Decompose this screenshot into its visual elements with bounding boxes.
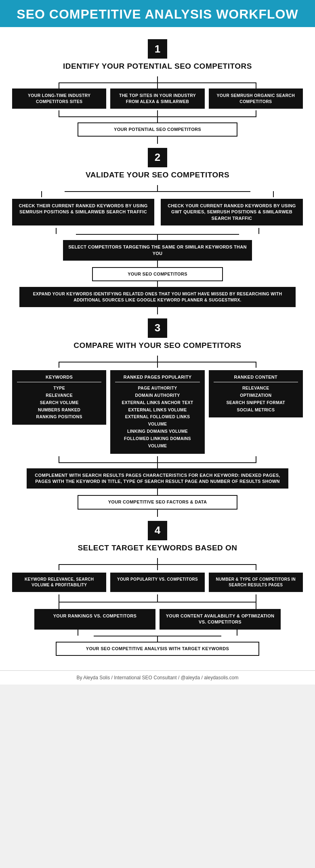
step1-box-3: Your SEMRush Organic Search Competitors xyxy=(209,88,303,108)
list-item: Linking Domains Volume xyxy=(115,428,200,435)
footer: By Aleyda Solis / International SEO Cons… xyxy=(0,670,315,685)
step4-mid-box-2: Your Content Availability & Optimization… xyxy=(160,609,281,630)
step2-check-boxes: Check Their Current Ranked Keywords By U… xyxy=(12,199,303,225)
step3-result-row: Your Competitive SEO Factors & Data xyxy=(12,495,303,509)
step3-ranked-pages-header: Ranked Pages Popularity xyxy=(115,374,200,382)
list-item: Search Snippet Format xyxy=(214,399,298,407)
step1-box-2: The Top Sites In Your Industry From Alex… xyxy=(110,88,204,108)
step1-box-1: Your Long-Time Industry Competitors Site… xyxy=(12,88,106,108)
step4-mid-box-1: Your Rankings vs. Competitors xyxy=(34,609,155,630)
step2-expand-row: Expand Your Keywords Identifying Related… xyxy=(12,287,303,307)
header: SEO Competitive Analysis Workflow xyxy=(0,0,315,27)
step3-ranked-content-box: Ranked Content Relevance Optimization Se… xyxy=(209,370,303,418)
conn-line xyxy=(157,137,158,144)
step4-title: Select Target Keywords Based On xyxy=(12,544,303,552)
conn-line xyxy=(157,307,158,314)
step1-source-boxes: Your Long-Time Industry Competitors Site… xyxy=(12,88,303,108)
step3-col-keywords: Keywords Type Relevance Search Volume Nu… xyxy=(12,370,106,425)
step2-result-row: Your SEO Competitors xyxy=(12,267,303,281)
step4-top-boxes: Keyword Relevance, Search Volume & Profi… xyxy=(12,573,303,592)
step3-complement-row: Complement With Search Results Pages Cha… xyxy=(12,468,303,489)
step4-mid-boxes: Your Rankings vs. Competitors Your Conte… xyxy=(12,609,303,630)
list-item: Relevance xyxy=(17,392,101,399)
step1-result-row: Your Potential SEO Competitors xyxy=(12,122,303,137)
step2-left-box: Check Their Current Ranked Keywords By U… xyxy=(12,199,154,225)
step2-select-box: Select Competitors Targeting The Same or… xyxy=(63,240,252,261)
step2-expand-box: Expand Your Keywords Identifying Related… xyxy=(19,287,296,307)
step2-number: 2 xyxy=(148,148,167,167)
list-item: Relevance xyxy=(214,385,298,392)
step3-ranked-pages-box: Ranked Pages Popularity Page Authority D… xyxy=(110,370,204,454)
list-item: Social Metrics xyxy=(214,407,298,414)
spacer xyxy=(12,656,303,662)
step3-keywords-box: Keywords Type Relevance Search Volume Nu… xyxy=(12,370,106,425)
step3-ranked-pages-items: Page Authority Domain Authority External… xyxy=(115,385,200,450)
page-title: SEO Competitive Analysis Workflow xyxy=(8,7,307,21)
step2-select-row: Select Competitors Targeting The Same or… xyxy=(12,240,303,261)
step1-number: 1 xyxy=(148,39,167,59)
conn-line xyxy=(157,281,158,287)
step4-top-box-1: Keyword Relevance, Search Volume & Profi… xyxy=(12,573,106,592)
list-item: Numbers Ranked xyxy=(17,407,101,414)
step3-ranked-content-header: Ranked Content xyxy=(214,374,298,382)
step1-title: Identify Your Potential SEO Competitors xyxy=(12,62,303,71)
step4-top-box-2: Your Popularity vs. Competitors xyxy=(110,573,204,592)
step1-badge: 1 xyxy=(12,39,303,59)
step3-complement-box: Complement With Search Results Pages Cha… xyxy=(27,468,288,489)
step4-result-box: Your SEO Competitive Analysis With Targe… xyxy=(56,642,259,656)
conn-line xyxy=(157,261,158,267)
list-item: Search Volume xyxy=(17,399,101,407)
step4-top-box-3: Number & Type of Competitors In Search R… xyxy=(209,573,303,592)
page: SEO Competitive Analysis Workflow 1 Iden… xyxy=(0,0,315,685)
content: 1 Identify Your Potential SEO Competitor… xyxy=(0,27,315,666)
step2-badge: 2 xyxy=(12,148,303,167)
step3-title: Compare With Your SEO Competitors xyxy=(12,341,303,350)
step3-keywords-header: Keywords xyxy=(17,374,101,382)
list-item: Ranking Positions xyxy=(17,413,101,421)
list-item: Domain Authority xyxy=(115,392,200,399)
step4-result-row: Your SEO Competitive Analysis With Targe… xyxy=(12,642,303,656)
s4-mid-connector xyxy=(34,594,281,609)
step2-title: Validate Your SEO Competitors xyxy=(12,171,303,179)
step3-keywords-items: Type Relevance Search Volume Numbers Ran… xyxy=(17,385,101,421)
step3-col-ranked-pages: Ranked Pages Popularity Page Authority D… xyxy=(110,370,204,454)
list-item: External Links Volume xyxy=(115,407,200,414)
list-item: Type xyxy=(17,385,101,392)
step4-number: 4 xyxy=(148,521,167,540)
step2-result-box: Your SEO Competitors xyxy=(92,267,223,281)
step2-right-box: Check Your Current Ranked Keywords By Us… xyxy=(161,199,303,225)
step3-badge: 3 xyxy=(12,318,303,338)
list-item: Page Authority xyxy=(115,385,200,392)
step3-number: 3 xyxy=(148,318,167,338)
step1-result-box: Your Potential SEO Competitors xyxy=(78,122,237,137)
list-item: External Links Anchor Text xyxy=(115,399,200,407)
list-item: External Followed Links Volume xyxy=(115,413,200,428)
conn-line xyxy=(157,489,158,495)
list-item: Optimization xyxy=(214,392,298,399)
step3-result-box: Your Competitive SEO Factors & Data xyxy=(78,495,237,509)
conn-line xyxy=(157,510,158,517)
step3-ranked-content-items: Relevance Optimization Search Snippet Fo… xyxy=(214,385,298,413)
step4-badge: 4 xyxy=(12,521,303,540)
footer-text: By Aleyda Solis / International SEO Cons… xyxy=(76,675,238,680)
list-item: Followed Linking Domains Volume xyxy=(115,435,200,450)
step3-col-ranked-content: Ranked Content Relevance Optimization Se… xyxy=(209,370,303,418)
step3-cols: Keywords Type Relevance Search Volume Nu… xyxy=(12,370,303,454)
